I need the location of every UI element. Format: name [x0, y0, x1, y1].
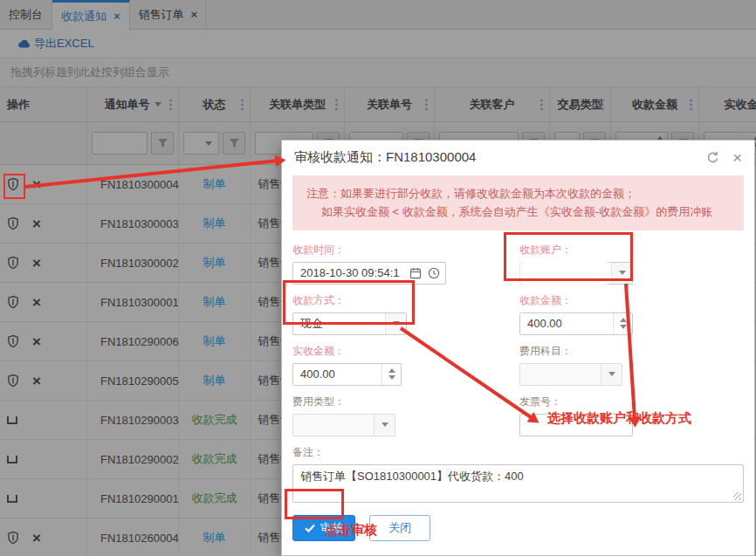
modal-title-bar: 审核收款通知：FN1810300004 ×: [282, 141, 754, 174]
fee-type-select[interactable]: [292, 414, 395, 436]
notice-banner: 注意：如果要进行部分收款，请修改收款金额为本次收款的金额； 如果实收金额 < 收…: [292, 175, 744, 230]
redacted-account-value: [522, 260, 606, 286]
clock-icon[interactable]: [428, 267, 440, 279]
receive-amount-value: 400.00: [527, 317, 562, 330]
audit-button-label: 审核: [320, 520, 343, 536]
fee-subject-label: 费用科目：: [519, 344, 744, 359]
audit-button[interactable]: 审核: [292, 515, 355, 541]
app-window: 控制台收款通知×销售订单× 导出EXCEL 拖拽列标题到此处按列组合显示 操作通…: [0, 0, 756, 556]
notice-line1: 注意：如果要进行部分收款，请修改收款金额为本次收款的金额；: [306, 184, 730, 202]
dropdown-caret-icon: [374, 415, 395, 436]
receive-method-value: 现金: [300, 316, 323, 332]
actual-amount-value: 400.00: [300, 367, 335, 381]
receive-amount-input[interactable]: 400.00: [519, 312, 633, 335]
check-icon: [305, 524, 315, 532]
notice-line2: 如果实收金额 < 收款金额，系统会自动产生《实收金额-收款金额》的费用冲账: [306, 202, 730, 221]
actual-amount-label: 实收金额：: [292, 344, 519, 359]
spinner-icon[interactable]: [381, 364, 401, 385]
remark-textarea[interactable]: 销售订单【SO1810300001】代收货款：400: [292, 464, 744, 503]
close-button[interactable]: 关闭: [369, 515, 430, 541]
modal-title: 审核收款通知：FN1810300004: [294, 149, 476, 166]
spinner-icon[interactable]: [613, 313, 632, 334]
receive-amount-label: 收款金额：: [519, 293, 744, 308]
dropdown-caret-icon: [611, 263, 632, 284]
refresh-icon[interactable]: [706, 151, 719, 164]
invoice-no-input[interactable]: [519, 414, 633, 436]
dropdown-caret-icon: [601, 364, 622, 385]
receive-method-label: 收款方式：: [292, 293, 519, 308]
close-icon[interactable]: ×: [732, 149, 742, 166]
actual-amount-input[interactable]: 400.00: [292, 363, 402, 386]
receive-time-value: 2018-10-30 09:54:1: [300, 266, 399, 279]
receive-time-label: 收款时间：: [292, 243, 519, 257]
receive-account-label: 收款账户：: [519, 243, 744, 257]
remark-label: 备注：: [292, 445, 744, 460]
modal-form: 收款时间： 2018-10-30 09:54:1: [282, 241, 754, 541]
fee-type-label: 费用类型：: [292, 395, 519, 409]
dropdown-caret-icon: [385, 313, 406, 334]
invoice-no-label: 发票号：: [519, 395, 744, 409]
receive-method-select[interactable]: 现金: [292, 312, 407, 335]
receive-account-select[interactable]: [519, 262, 633, 285]
fee-subject-select[interactable]: [519, 363, 622, 386]
close-button-label: 关闭: [388, 520, 411, 536]
audit-payment-modal: 审核收款通知：FN1810300004 × 注意：如果要进行部分收款，请修改收款…: [281, 140, 755, 556]
receive-time-input[interactable]: 2018-10-30 09:54:1: [292, 262, 446, 285]
calendar-icon[interactable]: [409, 267, 422, 279]
